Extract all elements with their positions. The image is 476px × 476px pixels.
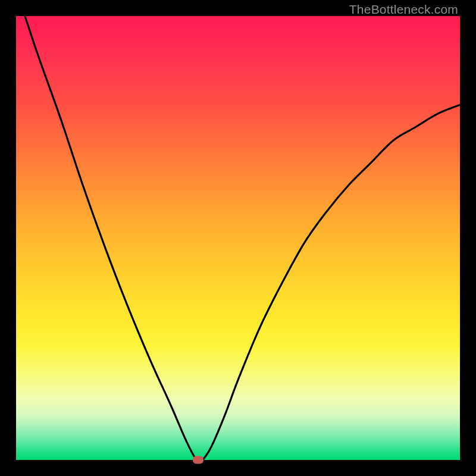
curve-path	[25, 16, 460, 461]
watermark-text: TheBottleneck.com	[349, 2, 458, 17]
bottleneck-curve	[16, 16, 460, 460]
minimum-marker	[193, 456, 203, 464]
plot-area	[16, 16, 460, 460]
chart-frame: TheBottleneck.com	[0, 0, 476, 476]
